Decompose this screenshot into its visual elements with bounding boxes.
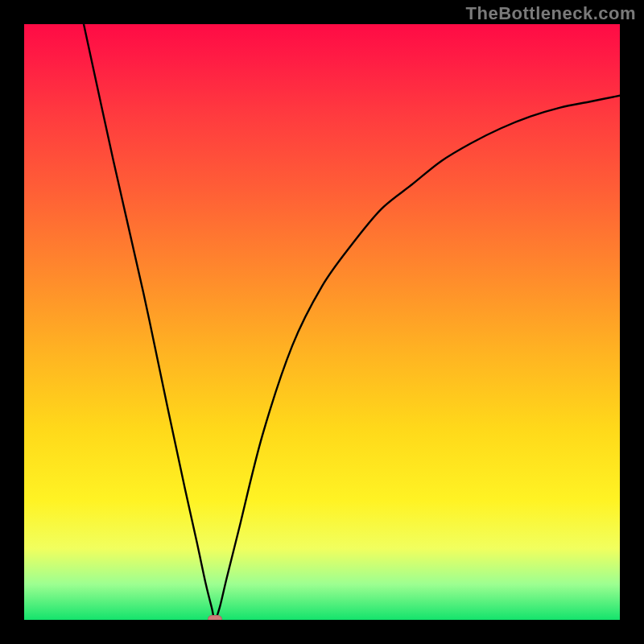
- plot-area: [24, 24, 620, 620]
- chart-frame: TheBottleneck.com: [0, 0, 644, 644]
- curve-layer: [24, 24, 620, 620]
- minimum-marker: [208, 615, 222, 620]
- bottleneck-curve: [84, 24, 620, 620]
- watermark-text: TheBottleneck.com: [466, 3, 636, 24]
